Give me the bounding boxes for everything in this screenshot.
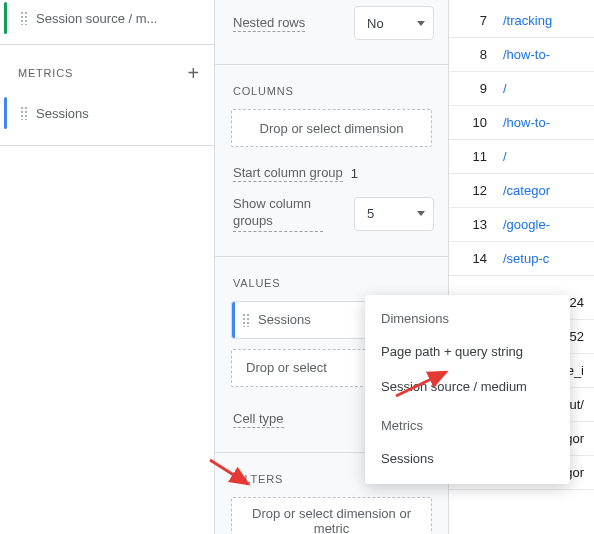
drag-handle-icon[interactable] bbox=[20, 11, 28, 25]
row-index: 14 bbox=[449, 251, 503, 266]
metrics-header: METRICS + bbox=[0, 45, 214, 95]
drag-handle-icon[interactable] bbox=[242, 313, 250, 327]
chevron-down-icon bbox=[417, 211, 425, 216]
row-index: 11 bbox=[449, 149, 503, 164]
drag-handle-icon[interactable] bbox=[20, 106, 28, 120]
show-column-value: 5 bbox=[367, 206, 374, 221]
table-row[interactable]: 9/ bbox=[449, 72, 594, 106]
add-metric-icon[interactable]: + bbox=[188, 63, 200, 83]
row-index: 10 bbox=[449, 115, 503, 130]
row-index: 7 bbox=[449, 13, 503, 28]
row-path-link[interactable]: / bbox=[503, 81, 507, 96]
popup-item-page-path[interactable]: Page path + query string bbox=[365, 334, 570, 369]
popup-dimensions-label: Dimensions bbox=[365, 303, 570, 334]
metrics-header-label: METRICS bbox=[18, 67, 73, 79]
row-path-link[interactable]: /categor bbox=[503, 183, 550, 198]
row-path-link[interactable]: /how-to- bbox=[503, 115, 550, 130]
show-column-select[interactable]: 5 bbox=[354, 197, 434, 231]
left-sidebar: Session source / m... METRICS + Sessions bbox=[0, 0, 215, 534]
divider bbox=[0, 145, 214, 146]
metric-item-sessions[interactable]: Sessions bbox=[10, 95, 204, 131]
filters-dropzone[interactable]: Drop or select dimension or metric bbox=[231, 497, 432, 534]
table-row[interactable]: 7/tracking bbox=[449, 4, 594, 38]
row-index: 9 bbox=[449, 81, 503, 96]
nested-rows-label: Nested rows bbox=[233, 15, 305, 32]
row-path-link[interactable]: /how-to- bbox=[503, 47, 550, 62]
cell-type-label: Cell type bbox=[233, 411, 284, 428]
dimension-label: Session source / m... bbox=[36, 11, 157, 26]
row-path-link[interactable]: / bbox=[503, 149, 507, 164]
show-column-row: Show column groups 5 bbox=[215, 192, 448, 242]
table-row[interactable]: 8/how-to- bbox=[449, 38, 594, 72]
annotation-arrow bbox=[392, 366, 454, 400]
table-row[interactable]: 10/how-to- bbox=[449, 106, 594, 140]
row-path-link[interactable]: /tracking bbox=[503, 13, 552, 28]
start-column-value[interactable]: 1 bbox=[351, 166, 358, 181]
dimension-item-session-source[interactable]: Session source / m... bbox=[10, 0, 204, 36]
columns-dropzone[interactable]: Drop or select dimension bbox=[231, 109, 432, 147]
row-index: 13 bbox=[449, 217, 503, 232]
row-index: 8 bbox=[449, 47, 503, 62]
show-column-label: Show column groups bbox=[233, 196, 323, 232]
start-column-row: Start column group 1 bbox=[215, 161, 448, 192]
values-item-label: Sessions bbox=[258, 312, 311, 327]
nested-rows-value: No bbox=[367, 16, 384, 31]
columns-header: COLUMNS bbox=[215, 79, 448, 109]
nested-rows-row: Nested rows No bbox=[215, 0, 448, 50]
row-index: 12 bbox=[449, 183, 503, 198]
table-row[interactable]: 12/categor bbox=[449, 174, 594, 208]
popup-metrics-label: Metrics bbox=[365, 404, 570, 441]
metric-label: Sessions bbox=[36, 106, 89, 121]
divider bbox=[215, 64, 448, 65]
chevron-down-icon bbox=[417, 21, 425, 26]
nested-rows-select[interactable]: No bbox=[354, 6, 434, 40]
table-row[interactable]: 11/ bbox=[449, 140, 594, 174]
annotation-arrow bbox=[206, 456, 256, 490]
start-column-label: Start column group bbox=[233, 165, 343, 182]
divider bbox=[215, 256, 448, 257]
row-path-link[interactable]: /google- bbox=[503, 217, 550, 232]
row-path-link[interactable]: /setup-c bbox=[503, 251, 549, 266]
table-row[interactable]: 14/setup-c bbox=[449, 242, 594, 276]
table-row[interactable]: 13/google- bbox=[449, 208, 594, 242]
popup-item-sessions[interactable]: Sessions bbox=[365, 441, 570, 476]
